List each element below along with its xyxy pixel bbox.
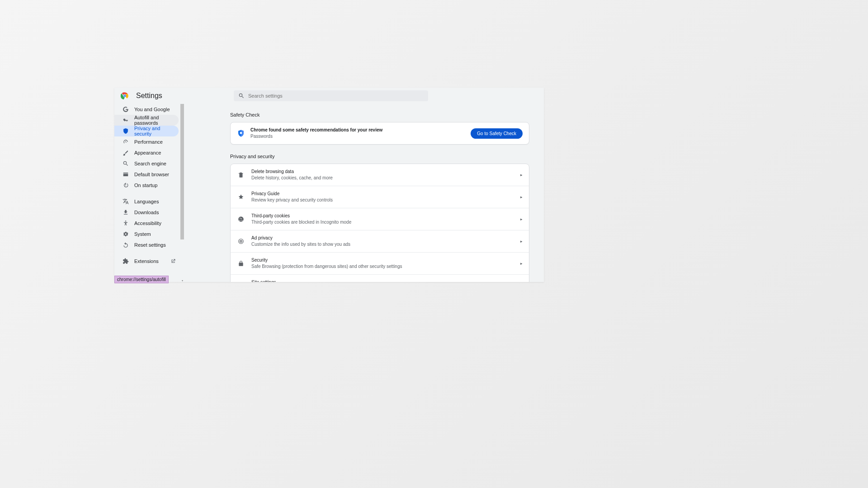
sidebar-item-label: Downloads (134, 210, 159, 215)
row-security[interactable]: SecuritySafe Browsing (protection from d… (231, 253, 529, 275)
sidebar-item-search-engine[interactable]: Search engine (114, 158, 179, 169)
privacy-security-heading: Privacy and security (230, 154, 529, 159)
access-icon (123, 220, 129, 226)
ext-icon (123, 258, 129, 264)
row-delete-browsing-data[interactable]: Delete browsing dataDelete history, cook… (231, 164, 529, 186)
sidebar-item-label: Performance (134, 139, 163, 145)
row-ad-privacy[interactable]: Ad privacyCustomize the info used by sit… (231, 230, 529, 253)
power-icon (123, 182, 129, 188)
search-settings[interactable] (234, 90, 428, 101)
sidebar-item-default-browser[interactable]: Default browser (114, 169, 179, 180)
row-title: Site settings (251, 279, 520, 282)
chevron-right-icon: ▸ (520, 239, 523, 244)
sidebar-item-system[interactable]: System (114, 229, 179, 239)
brush-icon (123, 150, 129, 156)
reset-icon (123, 242, 129, 248)
sidebar-item-reset-settings[interactable]: Reset settings (114, 239, 179, 250)
sidebar-item-you-and-google[interactable]: You and Google (114, 104, 179, 115)
row-privacy-guide[interactable]: Privacy GuideReview key privacy and secu… (231, 186, 529, 208)
row-title: Delete browsing data (251, 169, 520, 175)
open-external-icon (170, 258, 176, 264)
browser-icon (123, 171, 129, 178)
cookie-icon (237, 215, 245, 223)
sidebar-item-label: Accessibility (134, 221, 161, 226)
safety-check-card: Chrome found some safety recommendations… (230, 122, 529, 145)
sidebar-item-performance[interactable]: Performance (114, 136, 179, 147)
safety-shield-icon (237, 129, 245, 137)
row-subtitle: Customize the info used by sites to show… (251, 241, 520, 248)
lang-icon (123, 198, 129, 205)
chevron-right-icon: ▸ (520, 195, 523, 199)
safety-check-heading: Safety Check (230, 112, 529, 117)
svg-point-4 (125, 221, 126, 221)
sidebar-item-label: Autofill and passwords (134, 115, 179, 126)
sidebar: You and GoogleAutofill and passwordsPriv… (114, 104, 180, 282)
safety-subtitle: Passwords (250, 133, 471, 140)
sidebar-item-label: Privacy and security (134, 126, 179, 136)
trash-icon (237, 171, 245, 179)
sidebar-item-label: You and Google (134, 107, 170, 112)
safety-title: Chrome found some safety recommendations… (250, 127, 471, 133)
lock-icon (237, 259, 245, 267)
sidebar-item-label: Search engine (134, 161, 166, 166)
sidebar-item-autofill-and-passwords[interactable]: Autofill and passwords (114, 115, 179, 126)
system-icon (123, 231, 129, 237)
chevron-right-icon: ▸ (520, 217, 523, 221)
search-icon (123, 160, 129, 167)
shield-icon (123, 128, 129, 134)
google-icon (123, 106, 129, 113)
row-site-settings[interactable]: Site settingsControls what information s… (231, 275, 529, 282)
key-icon (123, 117, 129, 123)
sidebar-item-languages[interactable]: Languages (114, 196, 179, 207)
sidebar-item-privacy-and-security[interactable]: Privacy and security (114, 126, 179, 136)
status-bar-url: chrome://settings/autofill (114, 276, 169, 283)
chevron-right-icon: ▸ (520, 261, 523, 266)
go-to-safety-check-button[interactable]: Go to Safety Check (471, 128, 523, 139)
sidebar-item-appearance[interactable]: Appearance (114, 147, 179, 158)
svg-point-5 (240, 132, 242, 134)
row-subtitle: Third-party cookies are blocked in Incog… (251, 219, 520, 225)
main-content: Safety Check Chrome found some safety re… (180, 104, 544, 282)
chevron-right-icon: ▸ (520, 173, 523, 177)
sidebar-item-label: System (134, 231, 151, 237)
row-title: Third-party cookies (251, 213, 520, 219)
speed-icon (123, 139, 129, 145)
row-title: Security (251, 257, 520, 263)
download-icon (123, 209, 129, 216)
sidebar-item-label: Appearance (134, 150, 161, 155)
sidebar-item-accessibility[interactable]: Accessibility (114, 218, 179, 229)
ads-icon (237, 237, 245, 245)
row-subtitle: Delete history, cookies, cache, and more (251, 175, 520, 181)
search-input[interactable] (248, 93, 424, 99)
svg-point-3 (124, 95, 126, 97)
guide-icon (237, 193, 245, 201)
sidebar-item-label: On startup (134, 183, 157, 188)
sidebar-item-downloads[interactable]: Downloads (114, 207, 179, 218)
page-title: Settings (136, 92, 162, 100)
row-title: Ad privacy (251, 235, 520, 241)
sidebar-item-on-startup[interactable]: On startup (114, 180, 179, 191)
sliders-icon (237, 282, 245, 282)
sidebar-item-extensions[interactable]: Extensions (114, 256, 179, 267)
sidebar-item-label: Default browser (134, 172, 169, 177)
sidebar-item-label: Languages (134, 199, 159, 204)
svg-point-8 (241, 241, 241, 242)
sidebar-item-label: Extensions (134, 258, 159, 264)
row-title: Privacy Guide (251, 191, 520, 197)
search-icon (238, 93, 245, 99)
sidebar-item-label: Reset settings (134, 242, 166, 248)
chrome-logo-icon (121, 92, 129, 100)
privacy-security-card: Delete browsing dataDelete history, cook… (230, 164, 529, 282)
row-subtitle: Review key privacy and security controls (251, 197, 520, 203)
header: Settings (114, 88, 544, 104)
row-third-party-cookies[interactable]: Third-party cookiesThird-party cookies a… (231, 208, 529, 230)
settings-window: Settings ▴ ▾ You and GoogleAutofill and … (114, 88, 544, 282)
row-subtitle: Safe Browsing (protection from dangerous… (251, 263, 520, 270)
